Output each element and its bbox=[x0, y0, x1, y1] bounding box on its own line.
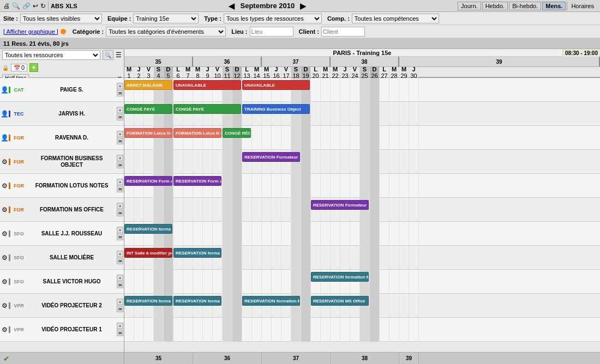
cal-cell-formation-ms-29[interactable] bbox=[399, 198, 409, 222]
cal-cell-formation-ms-17[interactable] bbox=[281, 198, 291, 222]
tab-bihebdo[interactable]: Bi-hebdo. bbox=[509, 2, 541, 10]
event-bar-formation-ln-0[interactable]: RESERVATION Form ateur : David Raven na … bbox=[124, 176, 172, 186]
cal-cell-formation-ms-7[interactable] bbox=[183, 198, 193, 222]
cal-cell-ravenna-16[interactable] bbox=[272, 126, 281, 150]
cal-cell-salle-moliere-20[interactable] bbox=[311, 246, 321, 270]
cal-cell-vpr1-18[interactable] bbox=[291, 318, 301, 342]
cal-cell-salle-jj-10[interactable] bbox=[213, 222, 223, 246]
cal-cell-formation-ln-27[interactable] bbox=[380, 174, 389, 198]
event-bar-paige-2[interactable]: UNAVAILABLE bbox=[242, 80, 310, 90]
add-row-btn[interactable]: + bbox=[117, 251, 123, 257]
cal-cell-paige-25[interactable] bbox=[360, 78, 370, 102]
cal-cell-formation-bo-7[interactable] bbox=[183, 150, 193, 174]
cal-cell-formation-ms-12[interactable] bbox=[232, 198, 242, 222]
email-row-btn[interactable]: ✉ bbox=[117, 282, 123, 288]
cal-cell-vpr1-2[interactable] bbox=[134, 318, 144, 342]
add-row-btn[interactable]: + bbox=[117, 299, 123, 305]
event-bar-salle-jj-0[interactable]: RESERVATION forma tion Lotus Notes bbox=[124, 224, 172, 234]
cal-cell-salle-jj-6[interactable] bbox=[173, 222, 183, 246]
cal-cell-formation-bo-6[interactable] bbox=[173, 150, 183, 174]
cal-cell-salle-victor-18[interactable] bbox=[291, 270, 301, 294]
cal-cell-salle-victor-27[interactable] bbox=[380, 270, 389, 294]
cal-cell-jarvis-24[interactable] bbox=[350, 102, 360, 126]
cal-cell-salle-jj-7[interactable] bbox=[183, 222, 193, 246]
cal-cell-salle-moliere-29[interactable] bbox=[399, 246, 409, 270]
cal-cell-salle-victor-9[interactable] bbox=[203, 270, 213, 294]
cal-cell-salle-victor-11[interactable] bbox=[223, 270, 232, 294]
add-row-btn[interactable]: + bbox=[117, 155, 123, 161]
cal-cell-formation-ms-4[interactable] bbox=[154, 198, 164, 222]
cal-cell-paige-20[interactable] bbox=[311, 78, 321, 102]
cal-cell-vpr2-11[interactable] bbox=[223, 294, 232, 318]
lieu-input[interactable] bbox=[250, 27, 293, 37]
cal-cell-paige-23[interactable] bbox=[340, 78, 350, 102]
cal-cell-vpr1-21[interactable] bbox=[321, 318, 331, 342]
add-row-btn[interactable]: + bbox=[117, 323, 123, 329]
cal-cell-formation-ms-8[interactable] bbox=[193, 198, 203, 222]
xls-button[interactable]: XLS bbox=[65, 3, 77, 9]
email-row-btn[interactable]: ✉ bbox=[117, 234, 123, 240]
cal-cell-ravenna-14[interactable] bbox=[252, 126, 262, 150]
type-select[interactable]: Tous les types de ressources bbox=[224, 14, 322, 23]
cal-cell-salle-jj-23[interactable] bbox=[340, 222, 350, 246]
cal-cell-formation-ms-6[interactable] bbox=[173, 198, 183, 222]
cal-cell-salle-jj-20[interactable] bbox=[311, 222, 321, 246]
email-row-btn[interactable]: ✉ bbox=[117, 210, 123, 216]
cal-cell-vpr2-30[interactable] bbox=[409, 294, 419, 318]
cal-cell-formation-ln-13[interactable] bbox=[242, 174, 252, 198]
cal-cell-salle-jj-8[interactable] bbox=[193, 222, 203, 246]
cal-cell-salle-victor-15[interactable] bbox=[262, 270, 272, 294]
cal-cell-salle-moliere-17[interactable] bbox=[281, 246, 291, 270]
cal-cell-salle-victor-2[interactable] bbox=[134, 270, 144, 294]
cal-cell-salle-victor-1[interactable] bbox=[124, 270, 134, 294]
afficher-link[interactable]: [ Afficher graphique ] bbox=[3, 28, 58, 35]
cal-cell-formation-ln-14[interactable] bbox=[252, 174, 262, 198]
cal-cell-salle-jj-22[interactable] bbox=[331, 222, 340, 246]
cal-cell-salle-jj-16[interactable] bbox=[272, 222, 281, 246]
email-row-btn[interactable]: ✉ bbox=[117, 162, 123, 168]
cal-cell-vpr1-27[interactable] bbox=[380, 318, 389, 342]
cal-cell-vpr1-25[interactable] bbox=[360, 318, 370, 342]
cal-cell-formation-ms-11[interactable] bbox=[223, 198, 232, 222]
event-bar-paige-0[interactable]: ARRET MALADIE bbox=[124, 80, 172, 90]
cal-cell-vpr1-13[interactable] bbox=[242, 318, 252, 342]
prev-button[interactable]: ◀ bbox=[229, 2, 235, 10]
cal-cell-ravenna-17[interactable] bbox=[281, 126, 291, 150]
cal-cell-ravenna-29[interactable] bbox=[399, 126, 409, 150]
email-row-btn[interactable]: ✉ bbox=[117, 90, 123, 96]
cal-cell-formation-bo-19[interactable] bbox=[301, 150, 311, 174]
cal-cell-formation-bo-10[interactable] bbox=[213, 150, 223, 174]
cal-cell-vpr1-11[interactable] bbox=[223, 318, 232, 342]
cal-cell-formation-ln-17[interactable] bbox=[281, 174, 291, 198]
cal-cell-paige-29[interactable] bbox=[399, 78, 409, 102]
cal-cell-salle-jj-27[interactable] bbox=[380, 222, 389, 246]
cal-cell-vpr1-5[interactable] bbox=[164, 318, 173, 342]
cal-cell-vpr1-3[interactable] bbox=[144, 318, 154, 342]
cal-cell-formation-ln-26[interactable] bbox=[370, 174, 380, 198]
cal-cell-formation-ms-14[interactable] bbox=[252, 198, 262, 222]
cal-cell-salle-moliere-30[interactable] bbox=[409, 246, 419, 270]
cal-cell-formation-ms-10[interactable] bbox=[213, 198, 223, 222]
cal-cell-vpr1-19[interactable] bbox=[301, 318, 311, 342]
cal-cell-vpr1-8[interactable] bbox=[193, 318, 203, 342]
add-row-btn[interactable]: + bbox=[117, 179, 123, 185]
cal-cell-vpr1-24[interactable] bbox=[350, 318, 360, 342]
event-bar-ravenna-1[interactable]: FORMATION Lotus N otes bbox=[173, 128, 221, 138]
cal-cell-salle-moliere-21[interactable] bbox=[321, 246, 331, 270]
categorie-select[interactable]: Toutes les catégories d'événements bbox=[106, 27, 226, 37]
cal-cell-vpr1-23[interactable] bbox=[340, 318, 350, 342]
cal-cell-salle-victor-29[interactable] bbox=[399, 270, 409, 294]
cal-cell-salle-moliere-16[interactable] bbox=[272, 246, 281, 270]
add-row-btn[interactable]: + bbox=[117, 131, 123, 137]
cal-cell-formation-ln-24[interactable] bbox=[350, 174, 360, 198]
next-button[interactable]: ▶ bbox=[300, 2, 306, 10]
cal-cell-salle-jj-18[interactable] bbox=[291, 222, 301, 246]
cal-cell-paige-24[interactable] bbox=[350, 78, 360, 102]
cal-cell-jarvis-26[interactable] bbox=[370, 102, 380, 126]
cal-cell-vpr2-26[interactable] bbox=[370, 294, 380, 318]
cal-cell-jarvis-25[interactable] bbox=[360, 102, 370, 126]
cal-cell-salle-victor-30[interactable] bbox=[409, 270, 419, 294]
cal-cell-salle-moliere-13[interactable] bbox=[242, 246, 252, 270]
cal-cell-vpr1-16[interactable] bbox=[272, 318, 281, 342]
cal-cell-salle-victor-8[interactable] bbox=[193, 270, 203, 294]
